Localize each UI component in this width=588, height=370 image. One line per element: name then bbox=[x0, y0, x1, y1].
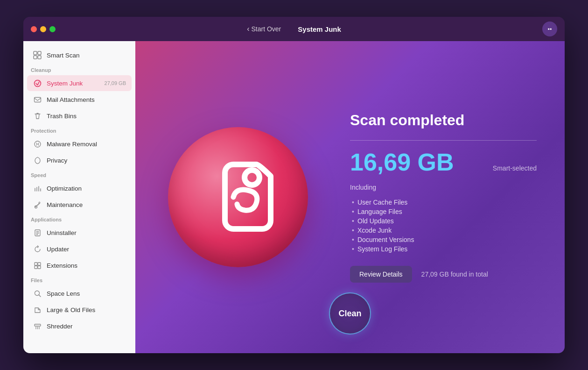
back-button[interactable]: ‹ Start Over bbox=[247, 25, 281, 33]
sidebar-section-applications: Applications bbox=[23, 213, 135, 224]
updater-icon bbox=[33, 244, 42, 254]
svg-rect-14 bbox=[38, 263, 41, 265]
found-total-label: 27,09 GB found in total bbox=[421, 270, 488, 278]
space-lens-icon bbox=[33, 289, 42, 298]
svg-line-18 bbox=[39, 295, 41, 297]
sidebar-section-cleanup: Cleanup bbox=[23, 64, 135, 75]
hero-illustration bbox=[154, 113, 322, 281]
privacy-label: Privacy bbox=[47, 157, 67, 164]
divider bbox=[350, 140, 537, 141]
including-label: Including bbox=[350, 184, 537, 191]
trash-bins-icon bbox=[33, 111, 42, 121]
titlebar-right: •• bbox=[542, 21, 557, 36]
svg-point-23 bbox=[245, 170, 259, 185]
sidebar-item-mail-attachments[interactable]: Mail Attachments bbox=[27, 92, 132, 107]
back-chevron-icon: ‹ bbox=[247, 25, 249, 33]
svg-rect-16 bbox=[38, 266, 41, 269]
list-item: User Cache Files bbox=[350, 199, 537, 206]
size-value: 16,69 GB bbox=[350, 150, 454, 174]
sidebar-item-shredder[interactable]: Shredder bbox=[27, 318, 132, 334]
uninstaller-label: Uninstaller bbox=[47, 229, 77, 236]
system-junk-icon bbox=[33, 78, 42, 88]
mail-attachments-label: Mail Attachments bbox=[47, 96, 95, 103]
sidebar-item-system-junk[interactable]: System Junk27,09 GB bbox=[27, 75, 132, 91]
malware-removal-icon bbox=[33, 139, 42, 149]
app-logo-ball bbox=[168, 127, 308, 267]
sidebar-item-extensions[interactable]: Extensions bbox=[27, 257, 132, 273]
extensions-icon bbox=[33, 261, 42, 270]
svg-rect-0 bbox=[34, 51, 37, 55]
traffic-lights bbox=[31, 26, 56, 32]
tag-icon bbox=[191, 150, 285, 244]
sidebar-item-malware-removal[interactable]: Malware Removal bbox=[27, 136, 132, 152]
sidebar-section-protection: Protection bbox=[23, 124, 135, 135]
updater-label: Updater bbox=[47, 246, 69, 253]
svg-point-4 bbox=[34, 80, 41, 86]
maintenance-label: Maintenance bbox=[47, 201, 83, 208]
sidebar-item-space-lens[interactable]: Space Lens bbox=[27, 285, 132, 301]
clean-button-container: Clean bbox=[329, 292, 371, 334]
svg-rect-13 bbox=[35, 263, 37, 265]
maintenance-icon bbox=[33, 200, 42, 209]
malware-removal-label: Malware Removal bbox=[47, 141, 97, 148]
sidebar-item-privacy[interactable]: Privacy bbox=[27, 152, 132, 168]
minimize-button[interactable] bbox=[40, 26, 46, 32]
svg-point-6 bbox=[35, 141, 41, 147]
sidebar-item-updater[interactable]: Updater bbox=[27, 241, 132, 257]
svg-rect-15 bbox=[35, 266, 37, 269]
optimization-icon bbox=[33, 184, 42, 193]
sidebar-item-smart-scan[interactable]: Smart Scan bbox=[27, 47, 132, 63]
sidebar-item-trash-bins[interactable]: Trash Bins bbox=[27, 108, 132, 124]
list-item: Document Versions bbox=[350, 236, 537, 243]
uninstaller-icon bbox=[33, 228, 42, 237]
info-panel: Scan completed 16,69 GB Smart-selected I… bbox=[322, 93, 565, 301]
svg-rect-19 bbox=[35, 324, 41, 326]
review-details-button[interactable]: Review Details bbox=[350, 266, 412, 283]
svg-rect-3 bbox=[38, 56, 41, 59]
app-window: ‹ Start Over System Junk •• bbox=[23, 17, 565, 353]
sidebar-section-speed: Speed bbox=[23, 169, 135, 180]
titlebar: ‹ Start Over System Junk •• bbox=[23, 17, 565, 41]
sidebar-sections: CleanupSystem Junk27,09 GBMail Attachmen… bbox=[23, 64, 135, 334]
shredder-label: Shredder bbox=[47, 323, 73, 330]
list-item: System Log Files bbox=[350, 245, 537, 253]
list-item: Xcode Junk bbox=[350, 227, 537, 234]
action-row: Review Details 27,09 GB found in total bbox=[350, 266, 537, 283]
close-button[interactable] bbox=[31, 26, 37, 32]
mail-attachments-icon bbox=[33, 95, 42, 104]
clean-button[interactable]: Clean bbox=[329, 292, 371, 334]
sidebar-item-large-old-files[interactable]: Large & Old Files bbox=[27, 302, 132, 318]
sidebar-item-uninstaller[interactable]: Uninstaller bbox=[27, 225, 132, 241]
sidebar: Smart Scan CleanupSystem Junk27,09 GBMai… bbox=[23, 41, 135, 353]
main-content: Scan completed 16,69 GB Smart-selected I… bbox=[135, 41, 565, 353]
back-button-label: Start Over bbox=[251, 25, 281, 33]
extensions-label: Extensions bbox=[47, 262, 77, 269]
content-area: Smart Scan CleanupSystem Junk27,09 GBMai… bbox=[23, 41, 565, 353]
system-junk-badge: 27,09 GB bbox=[105, 80, 126, 86]
large-old-files-icon bbox=[33, 305, 42, 314]
trash-bins-label: Trash Bins bbox=[47, 113, 77, 120]
titlebar-center: ‹ Start Over System Junk bbox=[247, 25, 341, 33]
smart-selected-label: Smart-selected bbox=[493, 164, 537, 172]
sidebar-item-maintenance[interactable]: Maintenance bbox=[27, 197, 132, 213]
space-lens-label: Space Lens bbox=[47, 290, 80, 297]
smart-scan-icon bbox=[33, 50, 42, 60]
sidebar-item-optimization[interactable]: Optimization bbox=[27, 180, 132, 196]
list-item: Language Files bbox=[350, 208, 537, 215]
svg-rect-5 bbox=[34, 97, 41, 102]
system-junk-label: System Junk bbox=[47, 80, 83, 87]
info-button[interactable]: •• bbox=[542, 21, 557, 36]
list-item: Old Updates bbox=[350, 217, 537, 225]
large-old-files-label: Large & Old Files bbox=[47, 306, 95, 313]
shredder-icon bbox=[33, 321, 42, 331]
svg-rect-2 bbox=[34, 56, 37, 59]
page-title: System Junk bbox=[298, 25, 341, 33]
scan-completed-title: Scan completed bbox=[350, 112, 537, 129]
privacy-icon bbox=[33, 156, 42, 165]
maximize-button[interactable] bbox=[49, 26, 56, 32]
items-list: User Cache FilesLanguage FilesOld Update… bbox=[350, 199, 537, 253]
sidebar-section-files: Files bbox=[23, 274, 135, 285]
size-row: 16,69 GB Smart-selected bbox=[350, 150, 537, 174]
optimization-label: Optimization bbox=[47, 185, 82, 192]
svg-rect-1 bbox=[38, 51, 41, 55]
